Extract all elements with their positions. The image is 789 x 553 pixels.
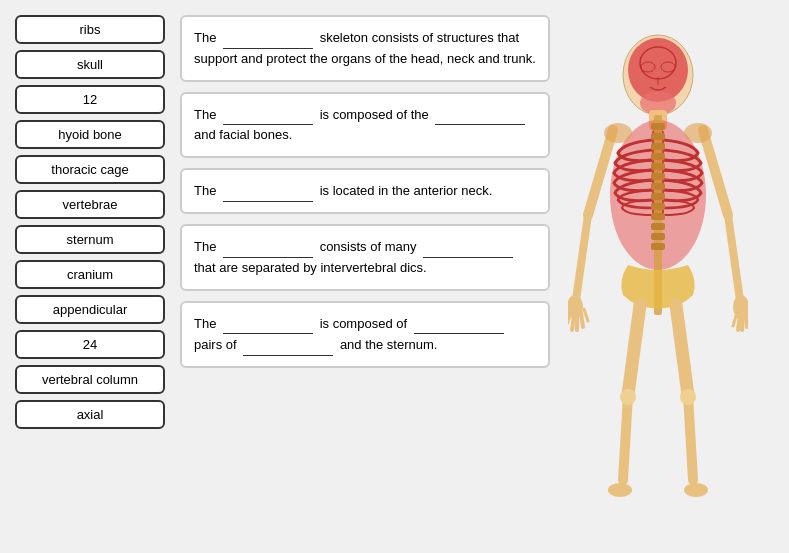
svg-line-21 [576, 215, 588, 300]
svg-rect-13 [651, 183, 665, 190]
word-tile-vertebral-column[interactable]: vertebral column [15, 365, 165, 394]
questions-panel: The skeleton consists of structures that… [180, 15, 550, 368]
svg-point-44 [604, 123, 632, 143]
q5-blank3[interactable] [243, 334, 333, 356]
word-tile-axial[interactable]: axial [15, 400, 165, 429]
q4-text-before: The [194, 239, 220, 254]
q1-text-before: The [194, 30, 220, 45]
svg-rect-19 [651, 243, 665, 250]
svg-line-27 [584, 309, 588, 321]
svg-point-38 [608, 483, 632, 497]
q5-text-after: and the sternum. [340, 337, 438, 352]
svg-rect-18 [651, 233, 665, 240]
svg-point-45 [684, 123, 712, 143]
svg-line-28 [703, 130, 728, 215]
q4-blank1[interactable] [223, 236, 313, 258]
word-tile-skull[interactable]: skull [15, 50, 165, 79]
word-tile-24[interactable]: 24 [15, 330, 165, 359]
q4-text-middle: consists of many [320, 239, 420, 254]
q5-text-before: The [194, 316, 220, 331]
svg-point-42 [620, 389, 636, 405]
q3-blank1[interactable] [223, 180, 313, 202]
svg-rect-10 [651, 153, 665, 160]
svg-line-33 [742, 315, 743, 330]
svg-rect-11 [651, 163, 665, 170]
svg-rect-7 [651, 123, 665, 130]
svg-point-41 [684, 483, 708, 497]
q5-text-after-mid: pairs of [194, 337, 240, 352]
q4-blank2[interactable] [423, 236, 513, 258]
word-tile-thoracic-cage[interactable]: thoracic cage [15, 155, 165, 184]
word-tile-sternum[interactable]: sternum [15, 225, 165, 254]
q2-text-middle: is composed of the [320, 107, 433, 122]
word-tile-hyoid-bone[interactable]: hyoid bone [15, 120, 165, 149]
svg-line-24 [572, 315, 574, 330]
svg-line-23 [568, 310, 571, 323]
word-tile-ribs[interactable]: ribs [15, 15, 165, 44]
svg-line-39 [676, 305, 688, 395]
question-2: The is composed of the and facial bones. [180, 92, 550, 159]
word-tile-cranium[interactable]: cranium [15, 260, 165, 289]
svg-line-20 [588, 130, 613, 215]
svg-line-31 [733, 313, 737, 326]
q2-text-after: and facial bones. [194, 127, 292, 142]
q2-blank1[interactable] [223, 104, 313, 126]
svg-point-43 [680, 389, 696, 405]
question-4: The consists of many that are separated … [180, 224, 550, 291]
q2-text-before: The [194, 107, 220, 122]
svg-rect-9 [651, 143, 665, 150]
q2-blank2[interactable] [435, 104, 525, 126]
svg-rect-16 [651, 213, 665, 220]
svg-rect-12 [651, 173, 665, 180]
svg-line-34 [746, 313, 747, 327]
svg-rect-17 [651, 223, 665, 230]
svg-line-26 [581, 313, 583, 327]
svg-rect-14 [651, 193, 665, 200]
svg-rect-15 [651, 203, 665, 210]
word-bank: ribs skull 12 hyoid bone thoracic cage v… [15, 15, 165, 429]
svg-rect-8 [651, 133, 665, 140]
word-tile-12[interactable]: 12 [15, 85, 165, 114]
question-3: The is located in the anterior neck. [180, 168, 550, 214]
word-tile-vertebrae[interactable]: vertebrae [15, 190, 165, 219]
skeleton-image [568, 15, 748, 535]
q3-text-before: The [194, 183, 220, 198]
q3-text-middle: is located in the anterior neck. [320, 183, 493, 198]
skeleton-panel [565, 15, 750, 535]
svg-line-36 [628, 305, 640, 395]
svg-line-32 [738, 315, 740, 330]
question-1: The skeleton consists of structures that… [180, 15, 550, 82]
word-tile-appendicular[interactable]: appendicular [15, 295, 165, 324]
svg-line-37 [623, 395, 628, 480]
q4-text-after: that are separated by intervertebral dic… [194, 260, 427, 275]
q5-blank1[interactable] [223, 313, 313, 335]
q5-text-middle: is composed of [320, 316, 411, 331]
svg-line-29 [728, 215, 740, 300]
q5-blank2[interactable] [414, 313, 504, 335]
q1-blank1[interactable] [223, 27, 313, 49]
question-5: The is composed of pairs of and the ster… [180, 301, 550, 369]
svg-line-40 [688, 395, 693, 480]
